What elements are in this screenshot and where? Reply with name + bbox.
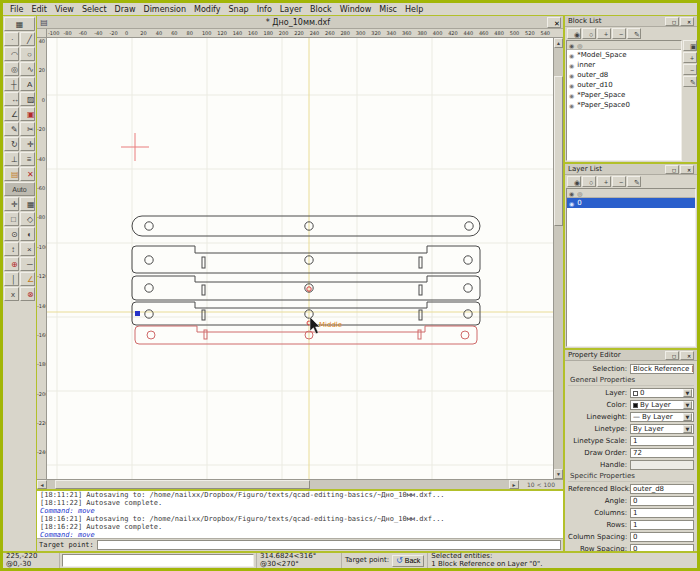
selection-combobox[interactable]: Block Reference [1] ▼ <box>630 364 694 374</box>
columns-field[interactable]: 1 <box>630 508 694 518</box>
angle-field[interactable]: 0 <box>630 496 694 506</box>
menu-item[interactable]: Misc <box>375 4 401 15</box>
block-list-item[interactable]: ◉ inner <box>567 60 681 70</box>
edit-block-icon[interactable]: ✎ <box>627 28 641 39</box>
blocks-tool-icon[interactable]: ▣ <box>20 107 35 121</box>
move-tool-icon[interactable]: ✛ <box>20 137 35 151</box>
measure-tool-icon[interactable]: ∠ <box>4 107 19 121</box>
block-visibility-icon[interactable]: ◉ <box>569 92 574 99</box>
column-spacing-field[interactable]: 0 <box>630 532 694 542</box>
arcs-tool-icon[interactable]: ◠ <box>4 47 19 61</box>
menu-item[interactable]: Block <box>306 4 336 15</box>
snap-auto-button[interactable]: Auto <box>4 182 35 196</box>
menu-item[interactable]: Draw <box>111 4 140 15</box>
snap-intersection-icon[interactable]: × <box>20 242 35 256</box>
snap-endpoints-icon[interactable]: □ <box>4 212 19 226</box>
menu-item[interactable]: Select <box>78 4 111 15</box>
row-spacing-field[interactable]: 0 <box>630 544 694 551</box>
dock-close-icon[interactable]: ✕ <box>680 351 694 360</box>
dock-close-icon[interactable]: ✕ <box>680 17 694 26</box>
snap-reference-icon[interactable]: ⊕ <box>4 257 19 271</box>
modify-tool-icon[interactable]: ✎ <box>4 122 19 136</box>
color-combobox[interactable]: By Layer ▼ <box>630 400 694 410</box>
linetype-combobox[interactable]: By Layer ▼ <box>630 424 694 434</box>
insert-block-icon[interactable]: ▣ <box>683 40 697 51</box>
menu-item[interactable]: Info <box>253 4 276 15</box>
main-tools-button[interactable]: ▦ <box>4 17 35 31</box>
text-tool-icon[interactable]: A <box>20 77 35 91</box>
dimensions-tool-icon[interactable]: ↔ <box>4 92 19 106</box>
polylines-tool-icon[interactable]: ┼ <box>4 77 19 91</box>
layer-combobox[interactable]: 0 ▼ <box>630 388 694 398</box>
remove-layer-icon[interactable]: − <box>612 176 626 187</box>
block-visibility-icon[interactable]: ◉ <box>569 82 574 89</box>
linetype-scale-field[interactable]: 1 <box>630 436 694 446</box>
snap-middle-icon[interactable]: ◐ <box>20 227 35 241</box>
scroll-up-icon[interactable]: ▲ <box>554 38 563 48</box>
block-visibility-icon[interactable]: ◉ <box>569 72 574 79</box>
snap-free-icon[interactable]: ✛ <box>4 197 19 211</box>
add-block-icon[interactable]: + <box>597 28 611 39</box>
circles-tool-icon[interactable]: ○ <box>20 47 35 61</box>
show-all-layers-icon[interactable]: ◉ <box>567 176 581 187</box>
vertical-scroll-thumb[interactable] <box>554 76 563 226</box>
snap-distance-icon[interactable]: ↕ <box>4 242 19 256</box>
restrict-horizontal-icon[interactable]: ─ <box>20 257 35 271</box>
lock-relative-zero-icon[interactable]: ⊗ <box>20 287 35 301</box>
block-list-item[interactable]: ◉ *Model_Space <box>567 50 681 60</box>
dock-float-icon[interactable]: ◻ <box>665 17 679 26</box>
hide-all-blocks-icon[interactable]: ○ <box>582 28 596 39</box>
set-relative-zero-icon[interactable]: x <box>4 287 19 301</box>
menu-item[interactable]: Window <box>336 4 376 15</box>
vertical-scrollbar[interactable]: ▲ ▼ <box>553 38 563 479</box>
back-button[interactable]: ↺ Back <box>392 555 424 567</box>
edit-layer-icon[interactable]: ✎ <box>627 176 641 187</box>
hide-all-layers-icon[interactable]: ○ <box>582 176 596 187</box>
block-list-item[interactable]: ◉ outer_d8 <box>567 70 681 80</box>
layer-visibility-icon[interactable]: ◉ <box>569 200 574 207</box>
menu-item[interactable]: View <box>51 4 78 15</box>
menu-item[interactable]: Snap <box>225 4 253 15</box>
referenced-block-field[interactable]: outer_d8 <box>630 484 694 494</box>
rotate-tool-icon[interactable]: ↻ <box>4 137 19 151</box>
block-visibility-icon[interactable]: ◉ <box>569 62 574 69</box>
library-browser-icon[interactable]: ▤ <box>4 167 19 181</box>
horizontal-scrollbar[interactable]: ◄ ► <box>37 480 519 489</box>
draw-order-field[interactable]: 72 <box>630 448 694 458</box>
rename-block-icon[interactable]: ✎ <box>683 76 697 87</box>
menu-item[interactable]: Edit <box>27 4 51 15</box>
points-tool-icon[interactable]: ∙ <box>4 32 19 46</box>
dock-close-icon[interactable]: ✕ <box>680 165 694 174</box>
trim-tool-icon[interactable]: ✂ <box>20 122 35 136</box>
layers-tool-icon[interactable]: ≡ <box>20 152 35 166</box>
horizontal-scroll-thumb[interactable] <box>55 480 310 489</box>
dock-float-icon[interactable]: ◻ <box>665 165 679 174</box>
status-command-field[interactable] <box>62 554 254 567</box>
menu-item[interactable]: Dimension <box>139 4 190 15</box>
command-input[interactable] <box>97 540 561 550</box>
delete-tool-icon[interactable]: ✕ <box>20 167 35 181</box>
ellipses-tool-icon[interactable]: ◎ <box>4 62 19 76</box>
delete-block-icon[interactable]: − <box>683 64 697 75</box>
rows-field[interactable]: 1 <box>630 520 694 530</box>
scroll-left-icon[interactable]: ◄ <box>37 480 47 489</box>
dock-float-icon[interactable]: ◻ <box>665 351 679 360</box>
restrict-angle-icon[interactable]: ∠ <box>20 272 35 286</box>
scroll-right-icon[interactable]: ► <box>509 480 519 489</box>
scroll-down-icon[interactable]: ▼ <box>554 469 563 479</box>
menu-item[interactable]: Help <box>401 4 427 15</box>
block-list-item[interactable]: ◉ *Paper_Space0 <box>567 100 681 110</box>
snap-center-icon[interactable]: ⊙ <box>4 227 19 241</box>
snap-grid-icon[interactable]: ▦ <box>20 197 35 211</box>
restrict-orthogonal-icon[interactable]: ⊥ <box>4 152 19 166</box>
drawing-canvas[interactable]: Middle <box>47 38 553 479</box>
block-visibility-icon[interactable]: ◉ <box>569 52 574 59</box>
layer-list-item[interactable]: ◉ 0 <box>567 198 695 208</box>
remove-block-icon[interactable]: − <box>612 28 626 39</box>
snap-on-entity-icon[interactable]: ◇ <box>20 212 35 226</box>
block-visibility-icon[interactable]: ◉ <box>569 102 574 109</box>
block-list-item[interactable]: ◉ *Paper_Space <box>567 90 681 100</box>
show-all-blocks-icon[interactable]: ◉ <box>567 28 581 39</box>
menu-item[interactable]: Modify <box>190 4 225 15</box>
menu-item[interactable]: File <box>6 4 27 15</box>
